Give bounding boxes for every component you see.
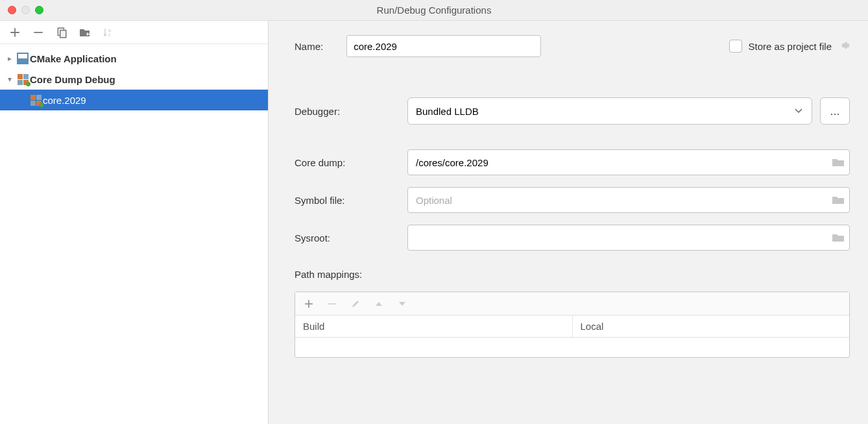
svg-rect-1 — [60, 30, 66, 37]
gear-icon[interactable] — [838, 40, 850, 53]
svg-point-5 — [38, 102, 43, 106]
tree-item-label: CMake Application — [30, 53, 117, 64]
sidebar-toolbar: az — [0, 21, 268, 44]
edit-mapping-icon[interactable] — [351, 299, 360, 308]
sysroot-label: Sysroot: — [295, 232, 392, 243]
remove-config-icon[interactable] — [32, 27, 44, 38]
add-config-icon[interactable] — [9, 27, 21, 38]
debugger-label: Debugger: — [295, 106, 392, 117]
symbolfile-label: Symbol file: — [295, 195, 392, 206]
debugger-select[interactable]: Bundled LLDB — [407, 97, 812, 125]
chevron-down-icon: ▾ — [4, 75, 16, 84]
window-title: Run/Debug Configurations — [0, 5, 868, 16]
chevron-right-icon: ▸ — [4, 54, 16, 63]
config-form: Name: Store as project file Debugger: Bu… — [269, 21, 868, 424]
cmake-icon — [16, 53, 30, 64]
svg-text:z: z — [108, 32, 111, 37]
core-dump-icon — [29, 95, 43, 106]
zoom-window-button[interactable] — [35, 6, 43, 14]
folder-icon[interactable] — [832, 232, 845, 243]
folder-icon[interactable] — [832, 157, 845, 168]
sysroot-input[interactable] — [407, 225, 850, 251]
close-window-button[interactable] — [8, 6, 16, 14]
tree-item-core-dump-debug[interactable]: ▾ Core Dump Debug — [0, 69, 268, 90]
svg-point-4 — [25, 81, 30, 86]
remove-mapping-icon[interactable] — [328, 299, 337, 308]
name-input[interactable] — [346, 35, 541, 57]
folder-icon[interactable] — [832, 195, 845, 205]
configurations-sidebar: az ▸ CMake Application ▾ Core Dump Debug — [0, 21, 269, 424]
table-col-local: Local — [573, 316, 850, 337]
sort-alpha-icon[interactable]: az — [102, 27, 114, 38]
add-mapping-icon[interactable] — [304, 299, 313, 308]
config-tree: ▸ CMake Application ▾ Core Dump Debug — [0, 44, 268, 424]
tree-item-cmake-application[interactable]: ▸ CMake Application — [0, 48, 268, 69]
path-mappings-table: Build Local — [295, 292, 850, 358]
store-label: Store as project file — [749, 41, 832, 52]
symbolfile-input[interactable] — [407, 187, 850, 213]
debugger-more-button[interactable]: ... — [820, 97, 850, 125]
pathmappings-label: Path mappings: — [295, 269, 850, 280]
coredump-input[interactable] — [407, 149, 850, 175]
svg-text:a: a — [108, 28, 111, 32]
table-col-build: Build — [295, 316, 573, 337]
table-body-empty — [295, 338, 849, 357]
copy-config-icon[interactable] — [56, 27, 67, 38]
move-down-icon[interactable] — [398, 301, 407, 307]
move-up-icon[interactable] — [374, 301, 383, 307]
minimize-window-button[interactable] — [21, 6, 30, 14]
save-template-icon[interactable] — [79, 27, 91, 38]
coredump-label: Core dump: — [295, 157, 392, 168]
tree-item-label: Core Dump Debug — [30, 74, 115, 85]
name-label: Name: — [295, 41, 323, 52]
tree-item-label: core.2029 — [43, 95, 86, 106]
tree-item-core-2029[interactable]: core.2029 — [0, 90, 268, 110]
store-as-project-file-checkbox[interactable] — [729, 40, 742, 53]
titlebar: Run/Debug Configurations — [0, 0, 868, 21]
core-dump-icon — [16, 74, 30, 85]
